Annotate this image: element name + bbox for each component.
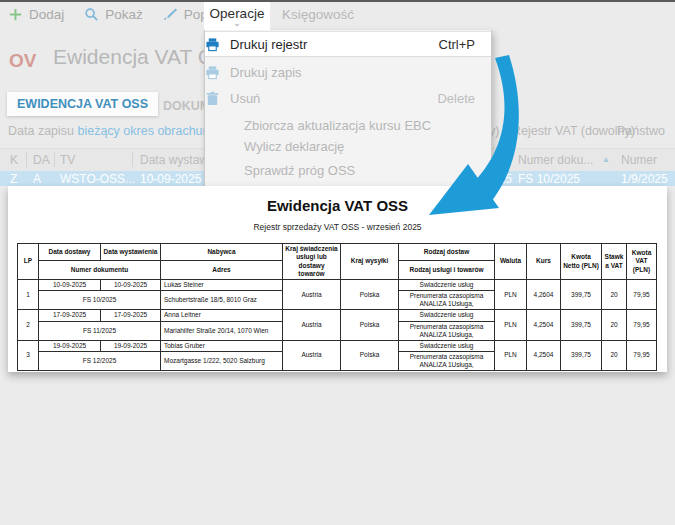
report-cell: PLN xyxy=(495,340,527,370)
brush-icon xyxy=(163,7,178,22)
report-header-cell: Kurs xyxy=(527,244,561,280)
report-header-cell: Rodzaj dostaw xyxy=(399,244,495,261)
chevron-down-icon: ⌄ xyxy=(204,21,270,26)
tab-ewidencja-vat-oss[interactable]: EWIDENCJA VAT OSS xyxy=(7,92,158,116)
toolbar-button-add[interactable]: Dodaj xyxy=(8,7,64,22)
toolbar: DodajPokażPopraw xyxy=(8,7,230,22)
report-cell: 19-09-2025 xyxy=(101,340,161,351)
report-cell: Anna Leitner xyxy=(161,310,283,321)
report-cell: Polska xyxy=(341,310,399,340)
report-header-cell: Stawka VAT xyxy=(602,244,627,280)
column-separator xyxy=(132,152,133,167)
report-cell: Austria xyxy=(283,310,341,340)
menu-item-drukuj-rejestr[interactable]: Drukuj rejestrCtrl+P xyxy=(205,31,491,57)
report-cell: 20 xyxy=(602,310,627,340)
report-cell: 17-09-2025 xyxy=(39,310,101,321)
report-cell: 79,95 xyxy=(627,310,657,340)
list-column-header[interactable]: Numer xyxy=(621,153,657,167)
menu-item-drukuj-zapis: Drukuj zapis xyxy=(205,60,491,84)
filter-label: Data zapisu xyxy=(8,124,77,138)
menu-item-label: Drukuj rejestr xyxy=(230,37,307,52)
report-cell: Schubertstraße 18/5, 8010 Graz xyxy=(161,291,283,310)
report-cell: 10-09-2025 xyxy=(39,280,101,291)
trash-icon xyxy=(205,91,220,106)
list-column-header[interactable]: Numer doku... xyxy=(518,153,593,167)
menu-item-label: Sprawdź próg OSS xyxy=(244,163,355,178)
report-cell: Prenumerata czasopisma ANALIZA 1Usługa, xyxy=(399,351,495,370)
menu-item-sprawd-pr-g-oss: Sprawdź próg OSS xyxy=(205,158,491,182)
list-cell: 1/9/2025 xyxy=(621,172,668,186)
report-cell: Mariahilfer Straße 20/14, 1070 Wien xyxy=(161,321,283,340)
report-cell: FS 12/2025 xyxy=(39,351,161,370)
menu-item-label: Drukuj zapis xyxy=(230,65,302,80)
list-cell: Z xyxy=(10,172,17,186)
report-subtitle: Rejestr sprzedaży VAT OSS - wrzesień 202… xyxy=(8,222,667,232)
menu-item-label: Zbiorcza aktualizacja kursu EBC xyxy=(244,118,431,133)
report-cell: 20 xyxy=(602,280,627,310)
report-header-cell: Rodzaj usługi i towarów xyxy=(399,261,495,280)
list-cell: 10-09-2025 xyxy=(140,172,201,186)
report-header-cell: Data wystawienia xyxy=(101,244,161,261)
report-preview-panel: Ewidencja VAT OSS Rejestr sprzedaży VAT … xyxy=(8,186,667,372)
report-header-cell: Data dostawy xyxy=(39,244,101,261)
report-cell: 1 xyxy=(18,280,39,310)
report-cell: 19-09-2025 xyxy=(39,340,101,351)
report-header-cell: Kwota Netto (PLN) xyxy=(561,244,602,280)
menu-item-shortcut: Ctrl+P xyxy=(439,37,475,52)
report-cell: 2 xyxy=(18,310,39,340)
report-cell: 4,2504 xyxy=(527,310,561,340)
operacje-menu-dropdown: Drukuj rejestrCtrl+PDrukuj zapisUsuńDele… xyxy=(204,30,492,196)
report-cell: 3 xyxy=(18,340,39,370)
report-cell: 399,75 xyxy=(561,280,602,310)
report-cell: 4,2504 xyxy=(527,340,561,370)
report-cell: FS 11/2025 xyxy=(39,321,161,340)
list-cell: FS 10/2025 xyxy=(518,172,580,186)
list-column-header[interactable]: DA xyxy=(33,153,50,167)
printer-icon xyxy=(205,65,220,80)
report-cell: Lukas Steiner xyxy=(161,280,283,291)
menu-item-shortcut: Delete xyxy=(437,91,475,106)
menu-item-usu-: UsuńDelete xyxy=(205,86,491,110)
report-cell: Świadczenie usług xyxy=(399,310,495,321)
icon-placeholder xyxy=(218,138,234,154)
menubar-tab-ksiegowosc[interactable]: Księgowość xyxy=(282,7,354,22)
report-cell: Mozartgasse 1/222, 5020 Salzburg xyxy=(161,351,283,370)
report-cell: Polska xyxy=(341,340,399,370)
filter-panstwo[interactable]: Państwo xyxy=(617,124,665,138)
sort-ascending-icon: ▲ xyxy=(602,155,610,164)
report-header-cell: Adres xyxy=(161,261,283,280)
report-cell: Świadczenie usług xyxy=(399,280,495,291)
column-separator xyxy=(26,152,27,167)
report-cell: 79,95 xyxy=(627,280,657,310)
report-cell: 4,2604 xyxy=(527,280,561,310)
toolbar-button-label: Dodaj xyxy=(29,7,64,22)
report-cell: 79,95 xyxy=(627,340,657,370)
menu-item-wylicz-deklaracj-: Wylicz deklarację xyxy=(205,134,491,158)
report-cell: PLN xyxy=(495,280,527,310)
toolbar-button-show[interactable]: Pokaż xyxy=(84,7,143,22)
report-header-cell: Kwota VAT (PLN) xyxy=(627,244,657,280)
report-cell: 399,75 xyxy=(561,310,602,340)
report-cell: 399,75 xyxy=(561,340,602,370)
list-cell: 025 xyxy=(492,172,512,186)
menubar-tab-operacje[interactable]: Operacje ⌄ xyxy=(204,2,270,30)
report-title: Ewidencja VAT OSS xyxy=(8,197,667,214)
report-cell: Austria xyxy=(283,280,341,310)
list-column-header[interactable]: TV xyxy=(60,153,75,167)
window-top-edge xyxy=(0,0,675,2)
menu-item-label: Usuń xyxy=(230,91,260,106)
report-cell: Świadczenie usług xyxy=(399,340,495,351)
report-cell: Prenumerata czasopisma ANALIZA 1Usługa, xyxy=(399,321,495,340)
list-column-header[interactable]: K xyxy=(10,153,18,167)
icon-placeholder xyxy=(218,117,234,133)
report-cell: Tobias Gruber xyxy=(161,340,283,351)
module-badge: OV xyxy=(9,50,36,72)
icon-placeholder xyxy=(218,162,234,178)
list-cell: WSTO-OSS... xyxy=(60,172,135,186)
report-header-cell: Waluta xyxy=(495,244,527,280)
report-cell: Prenumerata czasopisma ANALIZA 1Usługa, xyxy=(399,291,495,310)
report-cell: 10-09-2025 xyxy=(101,280,161,291)
column-separator xyxy=(54,152,55,167)
search-icon xyxy=(84,7,99,22)
report-header-cell: Kraj świadczenia usługi lub dostawy towa… xyxy=(283,244,341,280)
